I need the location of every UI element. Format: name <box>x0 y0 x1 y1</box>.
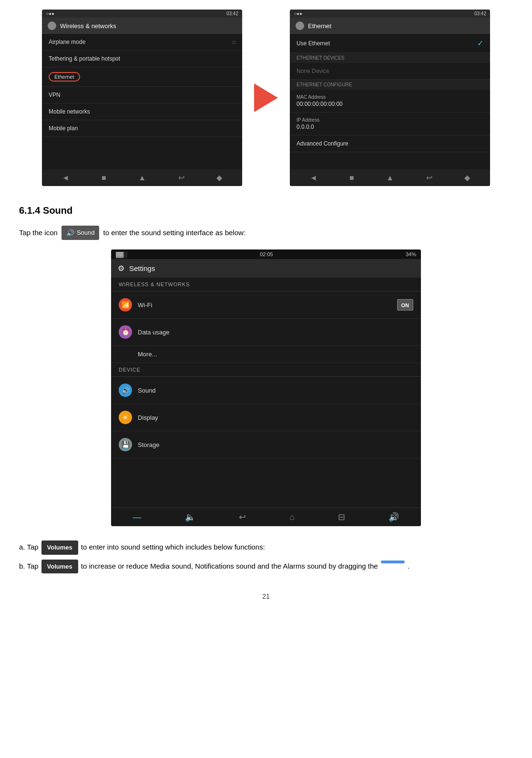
wireless-icon <box>48 21 56 30</box>
dot-nav-left: ◆ <box>216 173 222 182</box>
ethernet-title: Ethernet <box>308 22 331 30</box>
title-bar-right: Ethernet <box>290 18 490 34</box>
back-nav-right: ◄ <box>310 174 317 182</box>
speaker-icon: 🔊 <box>66 228 74 238</box>
wifi-item: 📶 Wi-Fi ON <box>111 291 421 319</box>
settings-title-bar: ⚙ Settings <box>111 259 421 278</box>
settings-nav-return: ↩ <box>239 512 246 522</box>
top-screenshots-container: ○●● 03:42 Wireless & networks Airplane m… <box>19 10 513 186</box>
wireless-section-header: WIRELESS & NETWORKS <box>111 278 421 291</box>
slider-indicator <box>381 561 405 563</box>
page-number: 21 <box>19 592 513 600</box>
ethernet-devices-header: ETHERNET DEVICES <box>290 53 490 63</box>
ethernet-check: ✓ <box>477 39 483 48</box>
settings-time: 02:05 <box>260 251 273 257</box>
instruction-b: b. Tap Volumes to increase or reduce Med… <box>19 560 513 573</box>
sound-icon: 🔊 <box>119 384 132 397</box>
use-ethernet-item: Use Ethernet ✓ <box>290 34 490 53</box>
advanced-configure-item: Advanced Configure <box>290 135 490 152</box>
ethernet-configure-header: ETHERNET CONFIGURE <box>290 80 490 90</box>
data-usage-label: Data usage <box>138 329 170 336</box>
none-device-item: None Device <box>290 63 490 80</box>
arrow-right <box>252 83 280 112</box>
volumes-button-b: Volumes <box>41 560 78 573</box>
ip-address-item: IP Address 0.0.0.0 <box>290 113 490 135</box>
storage-icon: 💾 <box>119 438 132 451</box>
settings-nav-vol-up: 🔊 <box>389 512 399 522</box>
wireless-networks-screenshot: ○●● 03:42 Wireless & networks Airplane m… <box>42 10 242 186</box>
airplane-mode-item: Airplane mode □ <box>42 34 242 51</box>
square-nav-left: ■ <box>102 174 106 182</box>
settings-nav-home: ⌂ <box>289 512 295 522</box>
dot-nav-right: ◆ <box>464 173 470 182</box>
signal-right: ○●● <box>294 11 302 16</box>
bottom-nav-left: ◄ ■ ▲ ↩ ◆ <box>42 169 242 186</box>
device-section-header: DEVICE <box>111 363 421 377</box>
back-nav-left: ◄ <box>62 174 70 182</box>
wifi-label: Wi-Fi <box>138 301 152 309</box>
instruction-a: a. Tap Volumes to enter into sound setti… <box>19 540 513 554</box>
home-nav-left: ▲ <box>138 174 146 182</box>
storage-label: Storage <box>138 441 160 448</box>
time-right: 03:42 <box>474 11 486 16</box>
ethernet-menu: Use Ethernet ✓ ETHERNET DEVICES None Dev… <box>290 34 490 152</box>
bottom-nav-right: ◄ ■ ▲ ↩ ◆ <box>290 169 490 186</box>
data-icon: ⏰ <box>119 325 132 339</box>
mobile-plan-item: Mobile plan <box>42 120 242 137</box>
display-label: Display <box>138 414 158 421</box>
volumes-button-a: Volumes <box>41 540 78 554</box>
ethernet-item: Ethernet <box>42 67 242 87</box>
home-nav-right: ▲ <box>386 174 394 182</box>
wifi-icon: 📶 <box>119 298 132 312</box>
wireless-menu: Airplane mode □ Tethering & portable hot… <box>42 34 242 137</box>
mobile-networks-item: Mobile networks <box>42 104 242 120</box>
sound-icon-button: 🔊 Sound <box>61 226 100 240</box>
settings-bottom-nav: — 🔈 ↩ ⌂ ⊟ 🔊 <box>111 508 421 526</box>
ethernet-screenshot: ○●● 03:42 Ethernet Use Ethernet ✓ ETHERN… <box>290 10 490 186</box>
settings-nav-apps: ⊟ <box>338 512 345 522</box>
settings-status-bar: ▓▓░ 02:05 34% <box>111 249 421 259</box>
status-bar-left: ○●● 03:42 <box>42 10 242 18</box>
storage-item: 💾 Storage <box>111 431 421 458</box>
page: ○●● 03:42 Wireless & networks Airplane m… <box>0 0 532 758</box>
wifi-toggle: ON <box>397 299 414 311</box>
settings-battery-pct: 34% <box>406 251 416 257</box>
right-arrow-icon <box>254 83 278 112</box>
status-bar-right: ○●● 03:42 <box>290 10 490 18</box>
sound-label: Sound <box>138 387 156 394</box>
mac-address-item: MAC Address 00:00:00:00:00:00 <box>290 90 490 113</box>
return-nav-right: ↩ <box>426 173 432 182</box>
data-usage-item: ⏰ Data usage <box>111 319 421 346</box>
more-item: More... <box>111 346 421 363</box>
square-nav-right: ■ <box>349 174 354 182</box>
vpn-item: VPN <box>42 87 242 104</box>
ethernet-icon <box>296 21 304 30</box>
ethernet-badge: Ethernet <box>49 72 80 82</box>
settings-nav-vol-down: 🔈 <box>185 512 195 522</box>
settings-gear-icon: ⚙ <box>118 264 124 273</box>
signal-left: ○●● <box>46 11 54 16</box>
section-description: Tap the icon 🔊 Sound to enter the sound … <box>19 226 513 240</box>
time-left: 03:42 <box>226 11 238 16</box>
settings-nav-back: — <box>133 512 142 522</box>
title-bar-left: Wireless & networks <box>42 18 242 34</box>
section-title: 6.1.4 Sound <box>19 205 513 216</box>
tethering-item: Tethering & portable hotspot <box>42 51 242 67</box>
display-item: ✳ Display <box>111 404 421 431</box>
wireless-title: Wireless & networks <box>60 22 116 30</box>
sound-settings-item: 🔊 Sound <box>111 377 421 404</box>
display-icon: ✳ <box>119 411 132 424</box>
settings-battery-icon: ▓▓░ <box>116 251 127 257</box>
settings-title-text: Settings <box>129 264 155 272</box>
settings-screenshot: ▓▓░ 02:05 34% ⚙ Settings WIRELESS & NETW… <box>111 249 421 526</box>
return-nav-left: ↩ <box>178 173 184 182</box>
